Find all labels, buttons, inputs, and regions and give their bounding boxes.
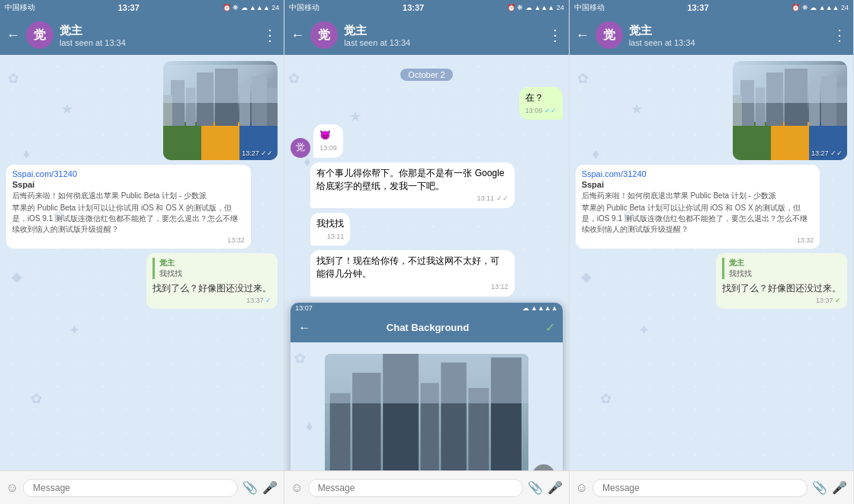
time-left: 13:37 [118, 3, 140, 12]
image-time-right: 13:27 ✓✓ [811, 149, 843, 157]
message-input-left[interactable] [23, 479, 238, 497]
bubble-zai: 在？ 13:09 ✓✓ [519, 87, 563, 120]
input-bar-left: ☺ 📎 🎤 [0, 470, 284, 504]
chat-header-right: ← 觉 觉主 last seen at 13:34 ⋮ [570, 15, 853, 55]
last-seen-right: last seen at 13:34 [629, 38, 826, 47]
svg-rect-26 [733, 65, 847, 103]
right-panel: 中国移动 13:37 ⏰ ❋ ☁ ▲▲▲ 24 ← 觉 觉主 last seen… [570, 0, 854, 504]
city-image-right: 13:27 ✓✓ [733, 61, 847, 160]
middle-panel: 中国移动 13:37 ⏰ ❋ ☁ ▲▲▲ 24 ← 觉 觉主 last seen… [284, 0, 569, 504]
image-bubble-left: 13:27 ✓✓ [163, 61, 278, 160]
image-bubble-right: 13:27 ✓✓ [733, 61, 847, 160]
wozhaozao-time: 13:11 [316, 232, 344, 242]
header-info-middle: 觉主 last seen at 13:34 [344, 24, 541, 47]
color2 [201, 122, 239, 160]
avatar-middle: 觉 [310, 21, 338, 49]
color2-right [771, 122, 809, 160]
contact-name-right: 觉主 [629, 24, 826, 38]
contact-name-left: 觉主 [59, 24, 256, 38]
input-bar-middle: ☺ 📎 🎤 [284, 470, 568, 504]
avatar-right: 觉 [596, 21, 623, 49]
time-middle: 13:37 [403, 3, 424, 12]
chat-area-middle[interactable]: ✿ ★ ♦ October 2 在？ 13:09 ✓✓ 觉 😈 13:09 [284, 55, 568, 470]
attach-icon-middle[interactable]: 📎 [528, 480, 543, 495]
emoji-icon-left[interactable]: ☺ [6, 481, 18, 495]
bubble-zai-text: 在？ [525, 92, 544, 103]
modal-check-btn[interactable]: ✓ [545, 320, 555, 335]
color1-right [733, 122, 771, 160]
last-seen-left: last seen at 13:34 [59, 38, 256, 47]
modal-time: 13:07 [295, 304, 313, 312]
message-input-right[interactable] [592, 479, 807, 497]
bubble-wozhaozao: 我找找 13:11 [310, 213, 350, 246]
menu-button-right[interactable]: ⋮ [832, 26, 847, 44]
message-input-middle[interactable] [308, 479, 523, 497]
bubble-long-text: 有个事儿得你帮下。你那是不是有一张 Google 给底彩字的壁纸，发我一下吧。 [316, 168, 504, 191]
time-right: 13:37 [687, 3, 708, 12]
mic-icon-right[interactable]: 🎤 [832, 480, 847, 495]
modal-title: Chat Background [387, 322, 469, 333]
icons-middle: ⏰ ❋ ☁ ▲▲▲ 24 [507, 4, 564, 11]
back-button-middle[interactable]: ← [291, 27, 304, 43]
header-info-left: 觉主 last seen at 13:34 [59, 24, 256, 47]
modal-icons: ☁ ▲▲▲▲ [522, 304, 558, 312]
status-bar-left: 中国移动 13:37 ⏰ ❋ ☁ ▲▲▲ 24 [0, 0, 284, 15]
modal-city-image [325, 354, 528, 470]
wozhaozao-text: 我找找 [316, 218, 344, 229]
bubble-found: 找到了！现在给你传，不过我这网不太好，可能得几分钟。 13:12 [310, 250, 514, 296]
input-bar-right: ☺ 📎 🎤 [570, 470, 853, 504]
avatar-left: 觉 [26, 21, 53, 49]
svg-rect-17 [325, 354, 528, 403]
icons-right: ⏰ ❋ ☁ ▲▲▲ 24 [791, 4, 849, 11]
contact-name-middle: 觉主 [344, 24, 541, 38]
chat-area-left[interactable]: ✿ ★ ♦ ✿ ◆ ✦ ✿ [0, 55, 284, 470]
emoji-icon-middle[interactable]: ☺ [291, 481, 303, 495]
chat-header-left: ← 觉 觉主 last seen at 13:34 ⋮ [0, 15, 284, 55]
chat-bg-modal: 13:07 ☁ ▲▲▲▲ ← Chat Background ✓ ✿ ★ ♦ ✿ [291, 303, 562, 470]
emoji-text: 😈 [319, 130, 331, 140]
carrier-right: 中国移动 [574, 2, 605, 13]
svg-rect-10 [330, 393, 351, 470]
attach-icon-right[interactable]: 📎 [812, 480, 827, 495]
image-time-left: 13:27 ✓✓ [242, 149, 273, 157]
modal-back-btn[interactable]: ← [298, 321, 310, 335]
bubble-emoji: 😈 13:09 [313, 124, 343, 157]
back-button-left[interactable]: ← [6, 27, 20, 43]
header-info-right: 觉主 last seen at 13:34 [629, 24, 826, 47]
modal-status: 13:07 ☁ ▲▲▲▲ [291, 303, 562, 313]
city-image-left: 13:27 ✓✓ [163, 61, 278, 160]
msg-zai-time: 13:09 ✓✓ [525, 106, 557, 116]
mic-icon-left[interactable]: 🎤 [262, 480, 278, 495]
emoji-icon-right[interactable]: ☺ [576, 481, 588, 495]
carrier-middle: 中国移动 [289, 2, 319, 13]
emoji-time: 13:09 [319, 143, 337, 153]
menu-button-left[interactable]: ⋮ [262, 26, 278, 44]
found-time: 13:12 [316, 282, 508, 292]
long-time: 13:11 ✓✓ [316, 194, 508, 204]
attach-icon-left[interactable]: 📎 [242, 480, 258, 495]
back-button-right[interactable]: ← [576, 27, 589, 43]
mic-icon-middle[interactable]: 🎤 [547, 480, 563, 495]
status-bar-right: 中国移动 13:37 ⏰ ❋ ☁ ▲▲▲ 24 [570, 0, 853, 15]
found-text: 找到了！现在给你传，不过我这网不太好，可能得几分钟。 [316, 255, 499, 279]
svg-rect-8 [163, 65, 278, 103]
color1 [163, 122, 201, 160]
status-bar-middle: 中国移动 13:37 ⏰ ❋ ☁ ▲▲▲ 24 [284, 0, 568, 15]
chat-header-middle: ← 觉 觉主 last seen at 13:34 ⋮ [284, 15, 568, 55]
last-seen-middle: last seen at 13:34 [344, 38, 541, 47]
modal-header: ← Chat Background ✓ [291, 313, 562, 342]
chat-area-right[interactable]: ✿ ★ ♦ ✿ ◆ ✦ ✿ [570, 55, 853, 470]
bubble-long: 有个事儿得你帮下。你那是不是有一张 Google 给底彩字的壁纸，发我一下吧。 … [310, 162, 514, 208]
modal-content: ✿ ★ ♦ ✿ [291, 342, 562, 470]
menu-button-middle[interactable]: ⋮ [547, 26, 563, 44]
icons-left: ⏰ ❋ ☁ ▲▲▲ 24 [223, 4, 280, 11]
left-panel: 中国移动 13:37 ⏰ ❋ ☁ ▲▲▲ 24 ← 觉 觉主 last seen… [0, 0, 284, 504]
carrier-left: 中国移动 [5, 2, 35, 13]
